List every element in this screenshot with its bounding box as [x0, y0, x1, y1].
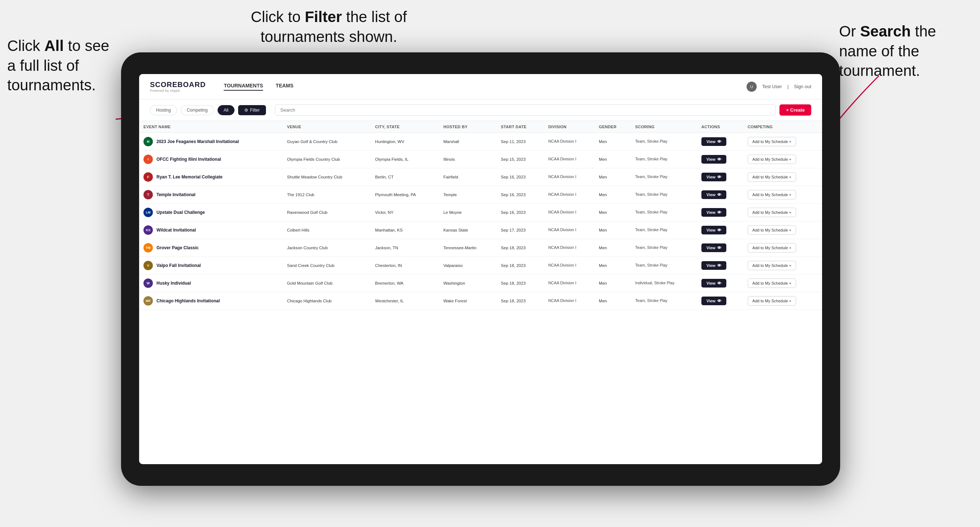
- table-row: V Valpo Fall Invitational Sand Creek Cou…: [139, 257, 822, 275]
- event-name-text-2: Ryan T. Lee Memorial Collegiate: [156, 175, 223, 179]
- annotation-right: Or Search the name of the tournament.: [839, 22, 977, 81]
- top-right: U Test User | Sign out: [746, 82, 811, 92]
- cell-city-state-2: Berlin, CT: [371, 168, 439, 186]
- add-schedule-button-6[interactable]: Add to My Schedule +: [748, 243, 796, 252]
- view-button-2[interactable]: View 👁: [702, 173, 726, 181]
- cell-division-4: NCAA Division I: [544, 204, 595, 221]
- view-eye-icon-5: 👁: [717, 228, 721, 232]
- cell-hosted-by-9: Wake Forest: [439, 292, 496, 310]
- table-row: KS Wildcat Invitational Colbert Hills Ma…: [139, 221, 822, 239]
- annotation-top: Click to Filter the list of tournaments …: [224, 7, 434, 47]
- add-schedule-button-5[interactable]: Add to My Schedule +: [748, 225, 796, 235]
- table-header-row: EVENT NAME VENUE CITY, STATE HOSTED BY S…: [139, 121, 822, 133]
- team-logo-5: KS: [143, 225, 153, 235]
- cell-division-5: NCAA Division I: [544, 221, 595, 239]
- cell-competing-9: Add to My Schedule +: [743, 292, 822, 310]
- cell-division-9: NCAA Division I: [544, 292, 595, 310]
- team-logo-3: T: [143, 190, 153, 199]
- cell-city-state-0: Huntington, WV: [371, 133, 439, 151]
- tab-all[interactable]: All: [218, 105, 234, 115]
- filter-icon: ⚙: [244, 108, 248, 113]
- event-name-text-9: Chicago Highlands Invitational: [156, 298, 220, 303]
- annotation-left: Click All to see a full list of tourname…: [7, 36, 119, 95]
- cell-actions-9: View 👁: [697, 292, 743, 310]
- filter-button[interactable]: ⚙ Filter: [238, 105, 266, 115]
- cell-hosted-by-8: Washington: [439, 275, 496, 292]
- cell-gender-8: Men: [595, 275, 631, 292]
- cell-city-state-8: Bremerton, WA: [371, 275, 439, 292]
- view-button-7[interactable]: View 👁: [702, 261, 726, 270]
- cell-event-name-5: KS Wildcat Invitational: [139, 221, 283, 239]
- cell-scoring-0: Team, Stroke Play: [631, 133, 697, 151]
- cell-scoring-1: Team, Stroke Play: [631, 151, 697, 168]
- col-event-name: EVENT NAME: [139, 121, 283, 133]
- cell-division-1: NCAA Division I: [544, 151, 595, 168]
- add-schedule-button-8[interactable]: Add to My Schedule +: [748, 278, 796, 288]
- cell-competing-8: Add to My Schedule +: [743, 275, 822, 292]
- cell-venue-8: Gold Mountain Golf Club: [283, 275, 371, 292]
- tab-tournaments[interactable]: TOURNAMENTS: [224, 83, 263, 90]
- view-button-1[interactable]: View 👁: [702, 155, 726, 163]
- table-row: LM Upstate Dual Challenge Ravenwood Golf…: [139, 204, 822, 221]
- view-button-9[interactable]: View 👁: [702, 297, 726, 305]
- add-schedule-button-4[interactable]: Add to My Schedule +: [748, 208, 796, 217]
- cell-competing-6: Add to My Schedule +: [743, 239, 822, 257]
- view-button-3[interactable]: View 👁: [702, 190, 726, 199]
- col-city-state: CITY, STATE: [371, 121, 439, 133]
- add-schedule-button-3[interactable]: Add to My Schedule +: [748, 190, 796, 199]
- cell-scoring-8: Individual, Stroke Play: [631, 275, 697, 292]
- view-button-6[interactable]: View 👁: [702, 243, 726, 252]
- sign-out-link[interactable]: Sign out: [794, 84, 811, 89]
- view-eye-icon-1: 👁: [717, 157, 721, 162]
- cell-city-state-4: Victor, NY: [371, 204, 439, 221]
- event-name-text-1: OFCC Fighting Illini Invitational: [156, 157, 221, 162]
- cell-competing-7: Add to My Schedule +: [743, 257, 822, 275]
- view-button-4[interactable]: View 👁: [702, 208, 726, 217]
- cell-hosted-by-7: Valparaiso: [439, 257, 496, 275]
- cell-gender-4: Men: [595, 204, 631, 221]
- cell-event-name-1: I OFCC Fighting Illini Invitational: [139, 151, 283, 168]
- cell-event-name-7: V Valpo Fall Invitational: [139, 257, 283, 275]
- table-row: W Husky Individual Gold Mountain Golf Cl…: [139, 275, 822, 292]
- col-division: DIVISION: [544, 121, 595, 133]
- tab-teams[interactable]: TEAMS: [276, 83, 293, 90]
- cell-competing-1: Add to My Schedule +: [743, 151, 822, 168]
- cell-start-date-3: Sep 16, 2023: [496, 186, 544, 204]
- team-logo-0: M: [143, 137, 153, 146]
- filter-label: Filter: [250, 108, 260, 113]
- create-button[interactable]: + Create: [780, 105, 811, 116]
- cell-gender-7: Men: [595, 257, 631, 275]
- cell-hosted-by-3: Temple: [439, 186, 496, 204]
- add-schedule-button-7[interactable]: Add to My Schedule +: [748, 261, 796, 270]
- cell-city-state-7: Chesterton, IN: [371, 257, 439, 275]
- tab-hosting[interactable]: Hosting: [150, 105, 177, 115]
- view-button-5[interactable]: View 👁: [702, 226, 726, 235]
- view-eye-icon-3: 👁: [717, 192, 721, 197]
- cell-actions-3: View 👁: [697, 186, 743, 204]
- col-scoring: SCORING: [631, 121, 697, 133]
- cell-gender-3: Men: [595, 186, 631, 204]
- cell-actions-0: View 👁: [697, 133, 743, 151]
- add-schedule-button-1[interactable]: Add to My Schedule +: [748, 155, 796, 164]
- cell-hosted-by-4: Le Moyne: [439, 204, 496, 221]
- team-logo-8: W: [143, 278, 153, 288]
- cell-start-date-9: Sep 18, 2023: [496, 292, 544, 310]
- add-schedule-button-2[interactable]: Add to My Schedule +: [748, 172, 796, 182]
- cell-venue-9: Chicago Highlands Club: [283, 292, 371, 310]
- tab-competing[interactable]: Competing: [181, 105, 214, 115]
- cell-gender-6: Men: [595, 239, 631, 257]
- event-name-text-7: Valpo Fall Invitational: [156, 263, 201, 268]
- view-button-0[interactable]: View 👁: [702, 137, 726, 146]
- cell-actions-8: View 👁: [697, 275, 743, 292]
- cell-venue-2: Shuttle Meadow Country Club: [283, 168, 371, 186]
- cell-event-name-6: TM Grover Page Classic: [139, 239, 283, 257]
- cell-venue-0: Guyan Golf & Country Club: [283, 133, 371, 151]
- add-schedule-button-0[interactable]: Add to My Schedule +: [748, 137, 796, 146]
- filter-bar: Hosting Competing All ⚙ Filter + Create: [139, 99, 822, 121]
- add-schedule-button-9[interactable]: Add to My Schedule +: [748, 296, 796, 306]
- view-button-8[interactable]: View 👁: [702, 279, 726, 287]
- search-input[interactable]: [275, 105, 776, 116]
- cell-hosted-by-6: Tennessee-Martin: [439, 239, 496, 257]
- event-name-text-3: Temple Invitational: [156, 192, 196, 197]
- cell-start-date-1: Sep 15, 2023: [496, 151, 544, 168]
